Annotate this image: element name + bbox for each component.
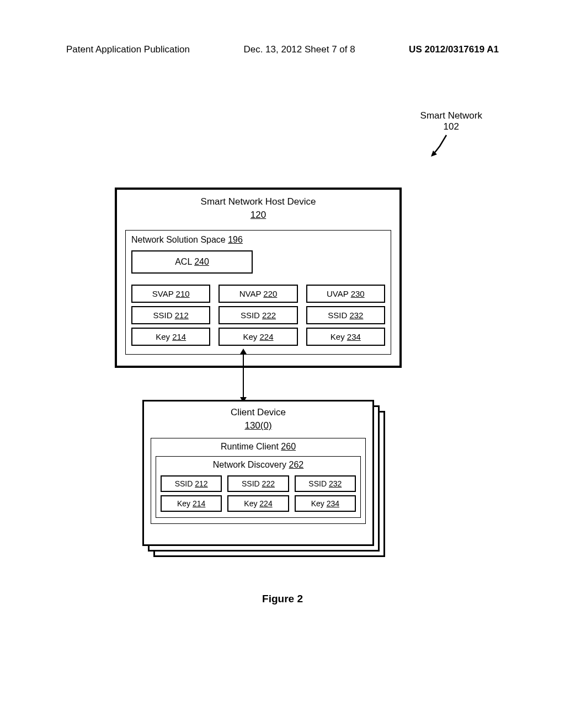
ssid-222-box: SSID 222 bbox=[218, 306, 297, 324]
client-col-2: SSID 232 Key 234 bbox=[295, 475, 356, 512]
discovery-label: Network Discovery bbox=[213, 460, 286, 469]
ssid-232-box: SSID 232 bbox=[306, 306, 385, 324]
discovery-num: 262 bbox=[289, 460, 304, 469]
client-title: Client Device 130(0) bbox=[151, 406, 366, 432]
client-col-0: SSID 212 Key 214 bbox=[161, 475, 222, 512]
client-row: SSID 212 Key 214 SSID 222 Key 224 SSID 2… bbox=[161, 475, 356, 512]
nss-label: Network Solution Space bbox=[131, 235, 226, 244]
smart-network-text: Smart Network bbox=[420, 110, 482, 121]
host-title-text: Smart Network Host Device bbox=[201, 196, 316, 207]
client-key-214: Key 214 bbox=[161, 495, 222, 512]
figure-label: Figure 2 bbox=[0, 593, 565, 605]
host-title-num: 120 bbox=[250, 210, 266, 220]
vap-col-nvap: NVAP 220 SSID 222 Key 224 bbox=[218, 285, 297, 346]
client-key-224: Key 224 bbox=[227, 495, 289, 512]
acl-box: ACL 240 bbox=[131, 250, 253, 274]
svap-box: SVAP 210 bbox=[131, 285, 210, 303]
client-ssid-222: SSID 222 bbox=[227, 475, 289, 492]
page-header: Patent Application Publication Dec. 13, … bbox=[0, 44, 565, 55]
vap-col-uvap: UVAP 230 SSID 232 Key 234 bbox=[306, 285, 385, 346]
acl-label: ACL bbox=[175, 257, 192, 266]
ssid-212-box: SSID 212 bbox=[131, 306, 210, 324]
runtime-title: Runtime Client 260 bbox=[156, 442, 361, 452]
discovery-title: Network Discovery 262 bbox=[161, 460, 356, 470]
uvap-box: UVAP 230 bbox=[306, 285, 385, 303]
client-ssid-232: SSID 232 bbox=[295, 475, 356, 492]
client-key-234: Key 234 bbox=[295, 495, 356, 512]
client-title-num: 130(0) bbox=[244, 420, 271, 431]
header-right: US 2012/0317619 A1 bbox=[409, 44, 499, 55]
header-left: Patent Application Publication bbox=[66, 44, 190, 55]
smart-network-num: 102 bbox=[420, 121, 482, 132]
connector-line bbox=[243, 350, 244, 402]
runtime-num: 260 bbox=[281, 442, 296, 451]
network-discovery-box: Network Discovery 262 SSID 212 Key 214 S… bbox=[156, 456, 361, 518]
network-solution-space-box: Network Solution Space 196 ACL 240 SVAP … bbox=[125, 230, 391, 355]
nss-num: 196 bbox=[228, 235, 243, 244]
runtime-label: Runtime Client bbox=[221, 442, 279, 451]
client-title-text: Client Device bbox=[231, 407, 286, 417]
vap-col-svap: SVAP 210 SSID 212 Key 214 bbox=[131, 285, 210, 346]
arrow-icon bbox=[430, 132, 452, 159]
runtime-client-box: Runtime Client 260 Network Discovery 262… bbox=[151, 438, 366, 524]
client-ssid-212: SSID 212 bbox=[161, 475, 222, 492]
client-col-1: SSID 222 Key 224 bbox=[227, 475, 289, 512]
nss-title: Network Solution Space 196 bbox=[131, 235, 385, 245]
key-224-box: Key 224 bbox=[218, 328, 297, 346]
header-center: Dec. 13, 2012 Sheet 7 of 8 bbox=[243, 44, 355, 55]
host-device-box: Smart Network Host Device 120 Network So… bbox=[115, 188, 402, 368]
client-device-box: Client Device 130(0) Runtime Client 260 … bbox=[142, 400, 374, 546]
smart-network-label: Smart Network 102 bbox=[420, 110, 482, 132]
acl-num: 240 bbox=[194, 257, 209, 266]
key-214-box: Key 214 bbox=[131, 328, 210, 346]
host-title: Smart Network Host Device 120 bbox=[125, 195, 391, 222]
key-234-box: Key 234 bbox=[306, 328, 385, 346]
nvap-box: NVAP 220 bbox=[218, 285, 297, 303]
vap-row: SVAP 210 SSID 212 Key 214 NVAP 220 SSID … bbox=[131, 285, 385, 346]
